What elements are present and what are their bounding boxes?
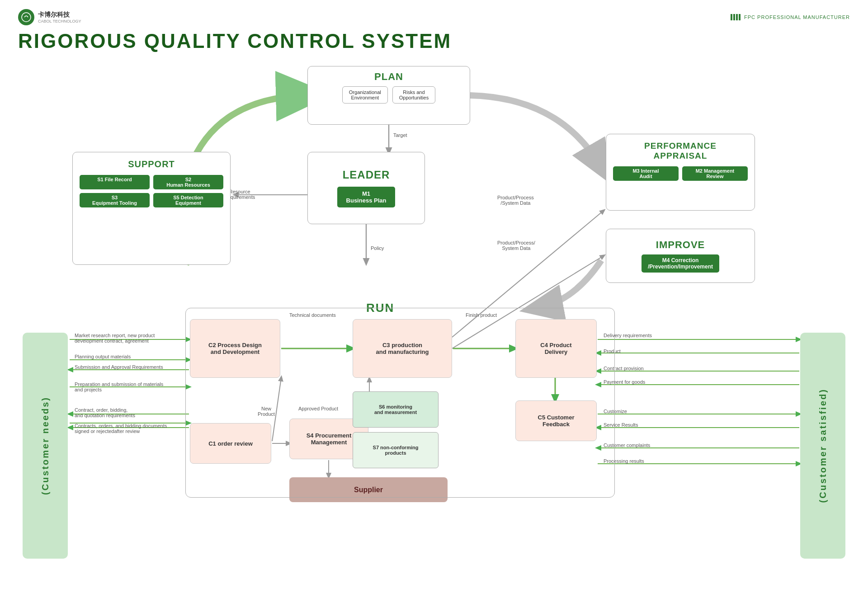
support-title: SUPPORT [80, 159, 223, 169]
perf-grid: M3 InternalAudit M2 ManagementReview [613, 166, 748, 181]
submission-approval-label: Submission and Approval Requirements [75, 364, 163, 370]
approved-product-label: Approved Product [298, 406, 338, 411]
s7-text: S7 non-conformingproducts [373, 445, 419, 456]
service-results-label: Service Results [604, 422, 638, 428]
page-container: 卡博尔科技 CABOL TECHNOLOGY FPC PROFESSIONAL … [0, 0, 868, 593]
s4-text: S4 ProcurementManagement [307, 432, 352, 446]
support-s5: S5 DetectionEquipment [153, 193, 223, 207]
c3-inner: C3 productionand manufacturing [353, 319, 452, 378]
diagram-area: PLAN Organizational Environment Risks an… [18, 61, 850, 586]
leader-title: LEADER [343, 169, 390, 181]
supplier-text: Supplier [354, 486, 383, 494]
plan-sub-items: Organizational Environment Risks and Opp… [312, 86, 465, 104]
contracts-signed-label: Contracts, orders, and bidding documents… [75, 423, 188, 434]
new-product-label: NewProduct [258, 406, 275, 417]
performance-title: PERFORMANCEAPPRAISAL [613, 141, 748, 161]
c3-text: C3 productionand manufacturing [376, 342, 429, 355]
market-research-label: Market research report, new productdevel… [75, 333, 183, 344]
policy-label: Policy [371, 245, 384, 251]
main-title: RIGOROUS QUALITY CONTROL SYSTEM [18, 30, 850, 52]
c5-inner: C5 CustomerFeedback [515, 400, 597, 441]
planning-output-label: Planning output materials [75, 354, 131, 359]
improve-box: IMPROVE M4 Correction/Prevention/Improve… [606, 229, 755, 283]
plan-title: PLAN [312, 71, 465, 83]
support-grid: S1 File Record S2Human Resources S3Equip… [80, 175, 223, 207]
s6-text: S6 monitoringand measurement [374, 404, 417, 415]
preparation-label: Preparation and submission of materialsa… [75, 381, 183, 392]
improve-title: IMPROVE [656, 239, 705, 251]
plan-risks-opp: Risks and Opportunities [392, 86, 435, 104]
contract-order-label: Contract, order, bidding,and quotation r… [75, 407, 183, 418]
logo-text-block: 卡博尔科技 CABOL TECHNOLOGY [38, 11, 81, 24]
product-label-right: Product [604, 348, 621, 354]
logo-icon [18, 9, 34, 25]
c5-text: C5 CustomerFeedback [538, 414, 575, 428]
logo-area: 卡博尔科技 CABOL TECHNOLOGY [18, 9, 81, 25]
support-box: SUPPORT S1 File Record S2Human Resources… [72, 152, 231, 265]
tagline: FPC PROFESSIONAL MANUFACTURER [744, 14, 850, 20]
header-decoration [731, 14, 741, 20]
c4-text: C4 ProductDelivery [540, 342, 571, 355]
c4-box: C4 ProductDelivery [515, 319, 597, 378]
processing-results-label: Processing results [604, 458, 644, 464]
logo-text: 卡博尔科技 [38, 11, 81, 19]
improve-btn: M4 Correction/Prevention/Improvement [642, 254, 719, 273]
tech-docs-label: Technical documents [289, 312, 336, 318]
perf-m3: M3 InternalAudit [613, 166, 679, 181]
c4-inner: C4 ProductDelivery [515, 319, 597, 378]
supplier-box: Supplier [289, 477, 448, 502]
header-right: FPC PROFESSIONAL MANUFACTURER [731, 14, 850, 20]
customer-satisfied-text: (Customer satisfied) [818, 388, 828, 503]
support-s2: S2Human Resources [153, 175, 223, 189]
payment-label: Payment for goods [604, 379, 645, 385]
support-s1: S1 File Record [80, 175, 150, 189]
performance-box: PERFORMANCEAPPRAISAL M3 InternalAudit M2… [606, 134, 755, 211]
customer-needs: (Customer needs) [23, 333, 68, 559]
delivery-req-label: Delivery requirements [604, 333, 652, 338]
c1-inner: C1 order review [190, 423, 271, 464]
leader-btn: M1Business Plan [337, 187, 396, 207]
c1-text: C1 order review [208, 440, 253, 447]
svg-point-0 [22, 13, 31, 22]
c2-inner: C2 Process Designand Development [190, 319, 280, 378]
run-label: RUN [366, 301, 394, 315]
c3-box: C3 productionand manufacturing [353, 319, 452, 378]
prod-proc-label1: Product/Process/System Data [497, 195, 534, 206]
perf-m2: M2 ManagementReview [682, 166, 748, 181]
s7-box: S7 non-conformingproducts [353, 432, 439, 468]
target-label: Target [393, 132, 407, 138]
prod-proc-label2: Product/Process/System Data [497, 240, 535, 251]
header: 卡博尔科技 CABOL TECHNOLOGY FPC PROFESSIONAL … [18, 9, 850, 25]
c2-box: C2 Process Designand Development [190, 319, 280, 378]
finish-product-label: Finish product [466, 312, 497, 318]
customize-label: Customize [604, 409, 627, 414]
contract-provision-label: Contract provision [604, 366, 644, 371]
logo-sub: CABOL TECHNOLOGY [38, 19, 81, 24]
customer-satisfied: (Customer satisfied) [800, 333, 845, 559]
support-s3: S3Equipment Tooling [80, 193, 150, 207]
plan-org-env: Organizational Environment [342, 86, 388, 104]
plan-box: PLAN Organizational Environment Risks an… [307, 66, 470, 125]
s6-box: S6 monitoringand measurement [353, 391, 439, 428]
customer-needs-text: (Customer needs) [40, 396, 51, 495]
customer-complaints-label: Customer complaints [604, 442, 650, 448]
leader-box: LEADER M1Business Plan [307, 152, 425, 224]
c1-box: C1 order review [190, 423, 271, 464]
c2-text: C2 Process Designand Development [208, 342, 262, 355]
c5-box: C5 CustomerFeedback [515, 400, 597, 441]
